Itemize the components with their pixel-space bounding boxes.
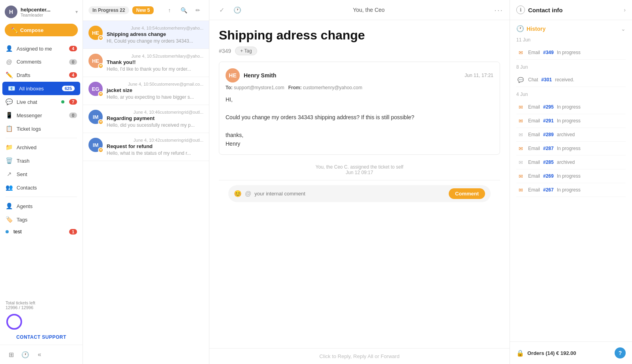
check-icon[interactable]: ✓ [216,4,228,16]
help-button[interactable]: ? [615,347,626,358]
sidebar-item-livechat[interactable]: 💬 Live chat 7 [0,95,83,109]
sidebar-item-contacts[interactable]: 👥 Contacts [0,181,83,194]
email-addresses: To: support@mystore1.com From: customerh… [226,85,493,90]
sidebar-item-agents[interactable]: 👤 Agents [0,199,83,213]
assign-notice: You, the Ceo C. assigned the ticket to s… [219,159,500,180]
sidebar-item-label: Live chat [17,99,57,105]
test-badge: 1 [69,229,77,235]
email-subject: Shipping adress change [209,20,510,47]
conv-preview: Hello, did you sucessfully received my p… [107,122,203,128]
conv-content: customerhilary@yaho... June 4, 10:52 Tha… [107,54,203,72]
history-header[interactable]: 🕐 History ⌄ [516,25,626,32]
sidebar-item-archived[interactable]: 📁 Archived [0,141,83,154]
history-item[interactable]: ✉ Email #295 In progress [516,100,626,114]
sidebar-item-test[interactable]: test 1 [0,226,83,237]
history-item[interactable]: ✉ Email #291 In progress [516,114,626,128]
compose-button[interactable]: ✏️ Compose [5,24,78,36]
search-icon[interactable]: 🔍 [178,5,189,16]
history-ticket[interactable]: #285 [543,159,554,165]
agents-icon: 👤 [6,203,13,210]
history-item[interactable]: ✉ Email #285 archived [516,156,626,169]
tickets-left-label: Total tickets left 12996 / 12996 [6,300,77,310]
tickets-ring-chart [6,313,23,330]
conversation-list: In Progress 22 New 5 ↑ 🔍 ✏ HE ✉ customer… [83,0,209,364]
conv-from: customerhilary@yaho... June 4, 10:52 [107,54,203,58]
conv-preview: Hello, what is the status of my refund r… [107,150,203,156]
avatar-badge: ✉ [98,63,103,69]
comment-icon: @ [6,58,13,65]
header-action-icons: ✓ 🕐 [216,4,243,16]
history-date-group: 8 Jun 💬 Chat #301 received. [516,64,626,87]
sidebar-item-ticketlogs[interactable]: 📋 Ticket logs [0,122,83,135]
clock-icon[interactable]: 🕐 [231,4,243,16]
conv-from: customereve@gmail.co... June 4, 10:50 [107,82,203,86]
contacts-icon: 👥 [6,184,13,191]
conv-content: customeringrid@outl... June 4, 10:42 Req… [107,138,203,156]
email-icon: ✉ [516,158,525,167]
orders-footer: 🔒 Orders (14) € 192.00 ? [510,341,632,364]
conv-subject: Request for refund [107,143,203,149]
add-tag-button[interactable]: + Tag [235,47,257,55]
sender-info: Henry Smith [244,72,461,79]
history-status: archived [557,132,575,137]
avatar: HE ✉ [88,54,103,68]
avatar-badge: ✉ [98,119,103,125]
contact-info-label: Contact info [528,7,624,13]
sender-row: HE Henry Smith Jun 11, 17:21 [226,68,493,83]
sidebar-item-tags[interactable]: 🏷️ Tags [0,213,83,226]
ticket-icon: 📋 [6,125,13,132]
conversation-item[interactable]: IM ✉ customeringrid@outl... June 4, 10:4… [83,133,209,161]
click-reply-bar[interactable]: Click to Reply, Reply All or Forward [209,348,510,364]
reports-button[interactable]: 🕐 [19,348,32,361]
compose-icon[interactable]: ✏ [192,5,203,16]
header-icons: ↑ 🔍 ✏ [164,5,203,16]
conversation-item[interactable]: IM ✉ customeringrid@outl... June 4, 10:4… [83,105,209,133]
sidebar-item-comments[interactable]: @ Comments 0 [0,55,83,68]
history-item[interactable]: ✉ Email #289 archived [516,128,626,142]
conversation-item[interactable]: HE ✉ customerhilary@yaho... June 4, 10:5… [83,49,209,77]
history-item[interactable]: 💬 Chat #301 received. [516,73,626,87]
email-body: HI, Could you change my orders 34343 shi… [226,95,493,148]
history-ticket[interactable]: #349 [543,50,554,55]
history-ticket[interactable]: #301 [541,77,552,83]
sidebar-item-drafts[interactable]: ✏️ Drafts 4 [0,68,83,82]
tag-dot-icon [6,230,9,233]
assign-date: Jun 12 09:17 [219,170,500,175]
expand-icon[interactable]: › [624,7,626,13]
history-label: History [527,26,619,32]
conv-list-header: In Progress 22 New 5 ↑ 🔍 ✏ [83,0,209,21]
conv-content: customeringrid@outl... June 4, 10:46 Reg… [107,110,203,128]
ticket-id: #349 [219,48,231,54]
history-ticket[interactable]: #269 [543,173,554,179]
history-item[interactable]: ✉ Email #349 In progress [516,46,626,60]
conversation-item[interactable]: EG ✉ customereve@gmail.co... June 4, 10:… [83,77,209,105]
sort-icon[interactable]: ↑ [164,5,175,16]
conversation-item[interactable]: HE ✉ customerhenry@yaho... June 4, 10:54… [83,21,209,49]
comment-button[interactable]: Comment [449,188,485,199]
history-ticket[interactable]: #289 [543,132,554,137]
history-ticket[interactable]: #267 [543,187,554,193]
sidebar-toggle-button[interactable]: ⊞ [5,348,17,361]
history-type: Chat [528,77,538,83]
collapse-button[interactable]: « [33,348,46,361]
sidebar-item-allinboxes[interactable]: 📧 All inboxes 625 [2,82,80,95]
chevron-down-icon[interactable]: ▾ [75,9,78,15]
history-item[interactable]: ✉ Email #267 In progress [516,183,626,197]
reply-input[interactable] [254,191,446,197]
sidebar-item-sent[interactable]: ↗ Sent [0,167,83,181]
nav-badge: 4 [69,72,77,78]
history-item[interactable]: ✉ Email #287 In progress [516,142,626,156]
history-item[interactable]: ✉ Email #269 In progress [516,169,626,183]
contact-support-button[interactable]: CONTACT SUPPORT [6,334,77,340]
emoji-icon[interactable]: 😊 [234,190,242,197]
sidebar-item-trash[interactable]: 🗑️ Trash [0,154,83,167]
history-ticket[interactable]: #287 [543,146,554,151]
history-status: In progress [557,104,581,110]
mention-icon[interactable]: @ [245,190,251,197]
history-ticket[interactable]: #295 [543,104,554,110]
sidebar-item-assigned[interactable]: 👤 Assigned to me 4 [0,42,83,55]
more-options-button[interactable]: ··· [494,6,503,15]
sidebar-item-messenger[interactable]: 📱 Messenger 0 [0,109,83,122]
history-ticket[interactable]: #291 [543,118,554,124]
tickets-count: 12996 / 12996 [6,305,77,310]
